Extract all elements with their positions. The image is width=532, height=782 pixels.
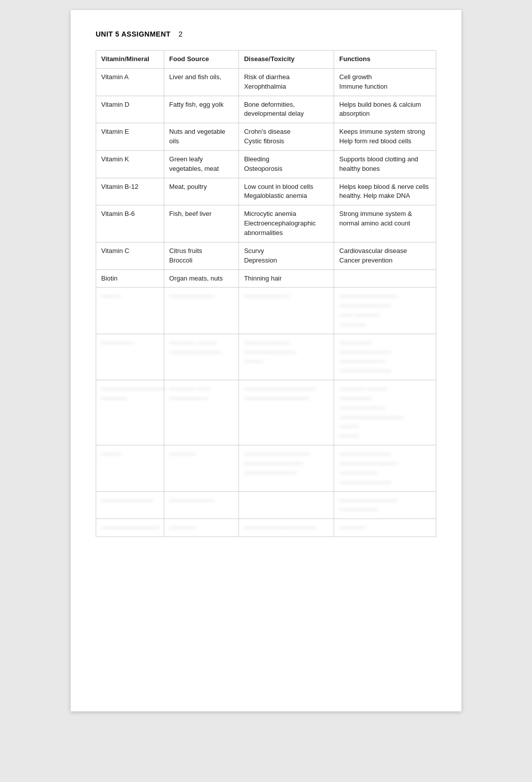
table-cell-functions: Supports blood clotting and healthy bone… — [334, 150, 436, 178]
page-title: UNIT 5 ASSIGNMENT — [96, 30, 171, 38]
table-header-cell: Food Source — [164, 51, 238, 69]
page: UNIT 5 ASSIGNMENT 2 Vitamin/MineralFood … — [71, 10, 461, 711]
table-cell-functions: Helps keep blood & nerve cells healthy. … — [334, 178, 436, 205]
table-cell-disease: Scurvy Depression — [239, 242, 334, 270]
table-row-blurred: ————————————————— ————————— ————————————… — [96, 445, 436, 491]
table-row: BiotinOrgan meats, nutsThinning hair — [96, 270, 436, 288]
table-cell-blurred-vitamin: —————————— ———— — [96, 380, 164, 445]
table-row: Vitamin DFatty fish, egg yolkBone deform… — [96, 96, 436, 123]
table-cell-blurred-disease: ——————— ———————— ——— — [239, 334, 334, 380]
table-cell-blurred-disease: ——————————— —————————— — [239, 380, 334, 445]
page-number: 2 — [179, 30, 183, 38]
table-cell-blurred-disease: ——————— — [239, 288, 334, 334]
table-row: Vitamin ENuts and vegetable oilsCrohn's … — [96, 123, 436, 151]
table-cell-food: Fish, beef liver — [164, 205, 238, 242]
table-cell-functions — [334, 270, 436, 288]
table-cell-disease: Bleeding Osteoporosis — [239, 150, 334, 178]
table-cell-functions: Helps build bones & calcium absorption — [334, 96, 436, 123]
table-cell-vitamin: Vitamin E — [96, 123, 164, 151]
table-row-blurred: ———————————————————————————— — [96, 519, 436, 537]
table-cell-blurred-functions: ———————— ————————— —————— ———————— — [334, 445, 436, 491]
table-cell-blurred-functions: ————————— ———————— —— ———— ———— — [334, 288, 436, 334]
table-cell-disease: Microcytic anemia Electroencephalographi… — [239, 205, 334, 242]
table-cell-disease: Low count in blood cells Megaloblastic a… — [239, 178, 334, 205]
table-cell-vitamin: Biotin — [96, 270, 164, 288]
table-cell-blurred-food: ———— — [164, 519, 238, 537]
table-cell-functions: Cell growth Immune function — [334, 68, 436, 96]
table-cell-disease: Thinning hair — [239, 270, 334, 288]
table-cell-blurred-vitamin: ————————— — [96, 519, 164, 537]
table-cell-blurred-functions: ———— ——— ————— ——————— —————————— ——— ——… — [334, 380, 436, 445]
table-header-cell: Disease/Toxicity — [239, 51, 334, 69]
table-cell-blurred-food: ———— ——— ———————— — [164, 334, 238, 380]
table-row-blurred: —————————— ———————— —— —————————————————… — [96, 380, 436, 445]
table-row: Vitamin KGreen leafy vegetables, meatBle… — [96, 150, 436, 178]
table-cell-food: Organ meats, nuts — [164, 270, 238, 288]
table-cell-food: Nuts and vegetable oils — [164, 123, 238, 151]
table-cell-disease: Crohn's disease Cystic fibrosis — [239, 123, 334, 151]
table-cell-disease: Risk of diarrhea Xerophthalmia — [239, 68, 334, 96]
table-row-blurred: ————————— ——— ——————————————— ———————— —… — [96, 334, 436, 380]
table-cell-blurred-disease: —————————— ————————— ———————— — [239, 445, 334, 491]
table-cell-blurred-disease — [239, 491, 334, 519]
table-cell-blurred-food: ———— —— —————— — [164, 380, 238, 445]
table-cell-blurred-functions: ————————— —————— — [334, 491, 436, 519]
table-cell-functions: Keeps immune system strong Help form red… — [334, 123, 436, 151]
table-cell-food: Meat, poultry — [164, 178, 238, 205]
table-row: Vitamin CCitrus fruits BroccoliScurvy De… — [96, 242, 436, 270]
table-cell-food: Fatty fish, egg yolk — [164, 96, 238, 123]
table-header-cell: Functions — [334, 51, 436, 69]
table-cell-food: Liver and fish oils, — [164, 68, 238, 96]
table-cell-functions: Strong immune system & normal amino acid… — [334, 205, 436, 242]
table-cell-blurred-food: ——————— — [164, 491, 238, 519]
table-row: Vitamin B-6Fish, beef liverMicrocytic an… — [96, 205, 436, 242]
table-cell-food: Citrus fruits Broccoli — [164, 242, 238, 270]
table-cell-vitamin: Vitamin D — [96, 96, 164, 123]
table-row: Vitamin B-12Meat, poultryLow count in bl… — [96, 178, 436, 205]
table-cell-blurred-food: ——————— — [164, 288, 238, 334]
table-cell-vitamin: Vitamin B-12 — [96, 178, 164, 205]
table-row: Vitamin ALiver and fish oils,Risk of dia… — [96, 68, 436, 96]
table-header-cell: Vitamin/Mineral — [96, 51, 164, 69]
table-cell-blurred-functions: ————— ———————— ——————— ———————— — [334, 334, 436, 380]
table-cell-blurred-disease: ——————————— — [239, 519, 334, 537]
table-cell-functions: Cardiovascular disease Cancer prevention — [334, 242, 436, 270]
table-cell-disease: Bone deformities, developmental delay — [239, 96, 334, 123]
table-cell-vitamin: Vitamin A — [96, 68, 164, 96]
table-cell-food: Green leafy vegetables, meat — [164, 150, 238, 178]
table-cell-blurred-vitamin: ——— — [96, 445, 164, 491]
vitamins-table: Vitamin/MineralFood SourceDisease/Toxici… — [96, 50, 436, 537]
table-cell-vitamin: Vitamin K — [96, 150, 164, 178]
page-header: UNIT 5 ASSIGNMENT 2 — [96, 30, 436, 38]
table-cell-blurred-vitamin: ——— — [96, 288, 164, 334]
table-cell-blurred-vitamin: ————— — [96, 334, 164, 380]
table-cell-blurred-vitamin: ———————— — [96, 491, 164, 519]
table-row-blurred: ———————————————————————— —————— — [96, 491, 436, 519]
table-cell-blurred-functions: ———— — [334, 519, 436, 537]
table-row-blurred: —————————————————————————— ———————— —— —… — [96, 288, 436, 334]
table-cell-vitamin: Vitamin B-6 — [96, 205, 164, 242]
table-cell-vitamin: Vitamin C — [96, 242, 164, 270]
table-cell-blurred-food: ———— — [164, 445, 238, 491]
